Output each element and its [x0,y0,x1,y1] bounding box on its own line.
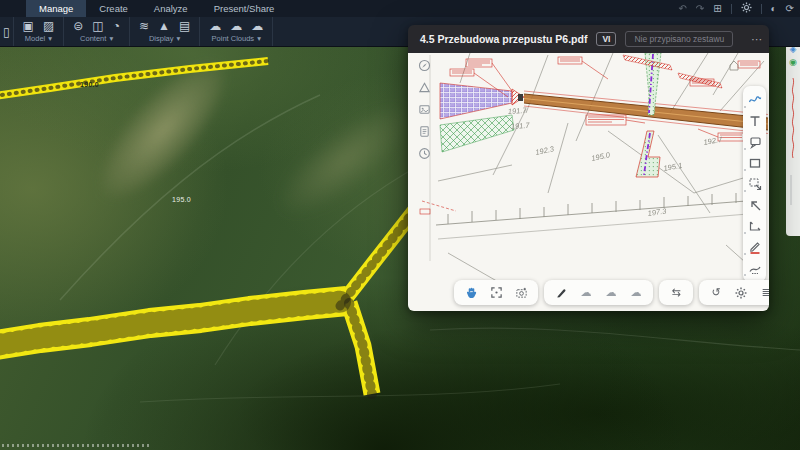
issues-triangle-icon[interactable] [417,80,431,94]
version-badge[interactable]: VI [596,32,616,46]
technical-drawing: 191.7 191.7 192.3 195.0 195.1 197.3 192.… [408,53,769,311]
divider [731,4,732,14]
yellow-polyline-main[interactable] [0,211,414,394]
globe-icon[interactable]: ◐ [771,3,777,14]
model-icon-1[interactable]: ▣ [23,20,34,33]
content-gauge-icon[interactable]: ◔ [113,20,120,33]
ribbon-quick-actions: ↶ ↷ ⊞ ◐ ⟳ [678,0,794,17]
revision-cloud-icon-1[interactable]: ☁ [579,286,593,300]
chevron-down-icon[interactable]: ▾ [109,34,113,43]
pdf-annotation-rail [743,86,766,282]
history-clock-icon[interactable] [417,146,431,160]
pdf-title-bar[interactable]: 4.5 Przebudowa przepustu P6.pdf VI Nie p… [408,25,769,53]
assignment-button[interactable]: Nie przypisano zestawu [625,31,733,47]
tab-analyze[interactable]: Analyze [141,0,201,17]
app-screen: 190.0 195.0 Manage Create Analyze Presen… [0,0,800,450]
callout-tool-icon[interactable] [748,135,762,149]
revision-cloud-icon-2[interactable]: ☁ [604,286,618,300]
pencil-tool-icon[interactable] [748,240,762,254]
group-display: ≋ ▲ ▤ Display▾ [130,17,200,46]
road-band [524,91,768,134]
tab-create[interactable]: Create [86,0,141,17]
culvert-headwall [512,89,524,105]
elevation-191-7a: 191.7 [508,106,528,116]
embankment-hatch [440,83,512,119]
layout-grid-icon[interactable]: ⊞ [713,3,721,14]
point-cloud-icon-1[interactable]: ☁ [209,20,221,33]
marker-icon[interactable] [554,286,568,300]
divider [761,4,762,14]
more-options-icon[interactable]: ⋯ [751,33,763,46]
chevron-down-icon[interactable]: ▾ [177,34,181,43]
sync-icon[interactable]: ⟳ [786,3,794,14]
terrain-elevation-label: 190.0 [80,81,99,88]
pdf-bottom-toolbar: ☁ ☁ ☁ ⇆ ↺ ≣ ‹ ▦ › [454,280,769,305]
group-point-clouds: ☁ ☁ ☁ Point Clouds▾ [200,17,273,46]
content-database-icon[interactable]: ⊜ [73,20,83,33]
settings-gear-icon[interactable] [741,2,752,15]
group-model-label[interactable]: Model [25,34,45,43]
rotated-red-annotation [788,70,798,220]
arrow-tool-icon[interactable] [748,198,762,212]
undo-icon[interactable]: ↶ [678,3,686,14]
tab-manage[interactable]: Manage [26,0,86,17]
pdf-title: 4.5 Przebudowa przepustu P6.pdf [420,33,587,45]
text-tool-icon[interactable] [748,114,762,128]
house-symbol [730,61,738,70]
pan-hand-icon[interactable] [464,286,478,300]
pdf-viewer-window: 4.5 Przebudowa przepustu P6.pdf VI Nie p… [408,25,769,311]
rectangle-tool-icon[interactable] [748,156,762,170]
swap-arrows-icon[interactable]: ⇆ [669,286,683,300]
elevation-197-3: 197.3 [647,206,668,218]
pdf-page[interactable]: 191.7 191.7 192.3 195.0 195.1 197.3 192.… [408,53,769,311]
pdf-left-rail [417,58,431,160]
layers-icon[interactable]: ≣ [759,286,769,300]
scribble-tool-icon[interactable] [748,93,762,107]
elevation-191-7b: 191.7 [511,121,531,131]
clipped-tool-icon[interactable]: ▯ [0,17,14,46]
point-cloud-icon-2[interactable]: ☁ [230,20,242,33]
ok-status-icon[interactable]: ◉ [789,57,797,67]
zoom-fit-icon[interactable] [489,286,503,300]
elevation-195-1: 195.1 [663,161,683,173]
history-icon[interactable]: ↺ [709,286,723,300]
snapshot-icon[interactable] [514,286,528,300]
display-layers-icon[interactable]: ≋ [139,20,149,33]
slope-hatch [440,115,514,152]
display-pyramid-icon[interactable]: ▲ [158,20,170,33]
model-icon-2[interactable]: ▨ [43,20,54,33]
image-icon[interactable] [417,102,431,116]
group-point-clouds-label[interactable]: Point Clouds [212,34,255,43]
elevation-195-0: 195.0 [591,150,612,163]
markup-segment: ☁ ☁ ☁ [544,280,653,305]
swap-segment: ⇆ [659,280,693,305]
elevation-192-7: 192.7 [703,135,724,147]
group-display-label[interactable]: Display [149,34,174,43]
group-content-label[interactable]: Content [80,34,106,43]
document-icon[interactable] [417,124,431,138]
navigation-segment [454,280,538,305]
gear-icon[interactable] [734,286,748,300]
ribbon-tab-bar: Manage Create Analyze Present/Share ↶ ↷ … [0,0,800,17]
chevron-down-icon[interactable]: ▾ [257,34,261,43]
settings-segment: ↺ ≣ [699,280,769,305]
content-grid-icon[interactable]: ◫ [92,20,103,33]
compass-icon[interactable] [417,58,431,72]
tab-present-share[interactable]: Present/Share [201,0,288,17]
coordinate-readout [2,444,152,447]
chevron-down-icon[interactable]: ▾ [48,34,52,43]
group-content: ⊜ ◫ ◔ Content▾ [64,17,130,46]
dimension-tool-icon[interactable] [748,219,762,233]
display-list-icon[interactable]: ▤ [179,20,190,33]
edge-panel: ⊠ ◈ ◉ [786,28,800,236]
capture-region-tool-icon[interactable] [748,177,762,191]
revision-cloud-icon-3[interactable]: ☁ [629,286,643,300]
point-cloud-icon-3[interactable]: ☁ [251,20,263,33]
yellow-polyline-top[interactable] [0,61,268,96]
elevation-192-3: 192.3 [535,144,556,157]
group-model: ▣ ▨ Model▾ [14,17,65,46]
terrain-elevation-label: 195.0 [172,196,191,203]
redo-icon[interactable]: ↷ [696,3,704,14]
ink-tool-icon[interactable] [748,261,762,275]
